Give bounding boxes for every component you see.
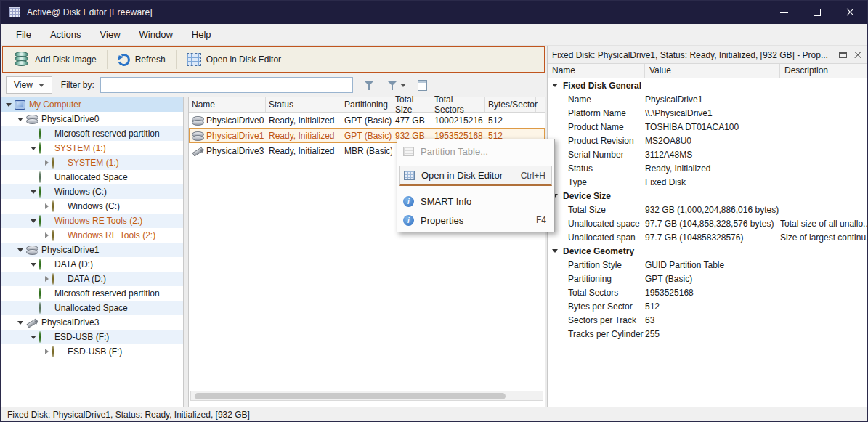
tree-item-windows-c[interactable]: Windows (C:) xyxy=(1,184,183,199)
open-disk-editor-button[interactable]: Open in Disk Editor xyxy=(180,51,288,68)
filter-options-button[interactable] xyxy=(386,79,406,91)
prop-row[interactable]: Unallocated span97.7 GB (104858328576)Si… xyxy=(548,230,867,244)
column-header-status[interactable]: Status xyxy=(266,97,341,112)
prop-group-device-geometry[interactable]: Device Geometry xyxy=(548,244,867,258)
toolbar: Add Disk Image Refresh Open in Disk Edit… xyxy=(2,46,545,73)
tree-item-my-computer[interactable]: My Computer xyxy=(1,97,183,112)
prop-column-name[interactable]: Name xyxy=(548,64,645,78)
expander-open-icon[interactable] xyxy=(29,187,38,196)
expander-closed-icon[interactable] xyxy=(42,231,51,240)
prop-row[interactable]: Serial Number3112A48MS xyxy=(548,147,867,161)
refresh-label: Refresh xyxy=(135,54,166,65)
tree-item-system-volume[interactable]: SYSTEM (1:) xyxy=(1,155,183,170)
prop-row[interactable]: Tracks per Cylinder255 xyxy=(548,327,867,341)
prop-row[interactable]: Platform Name\\.\PhysicalDrive1 xyxy=(548,106,867,120)
expander-closed-icon[interactable] xyxy=(42,347,51,356)
column-header-total-sectors[interactable]: Total Sectors xyxy=(431,97,485,112)
app-window: Active@ Disk Editor [Freeware] File Acti… xyxy=(0,0,868,422)
prop-column-value[interactable]: Value xyxy=(645,64,780,78)
view-dropdown[interactable]: View xyxy=(6,76,52,94)
tree-item-esd-usb[interactable]: ESD-USB (F:) xyxy=(1,330,183,344)
column-header-partitioning[interactable]: Partitioning xyxy=(341,97,392,112)
tree-item-unallocated[interactable]: Unallocated Space xyxy=(1,170,183,184)
status-bar: Fixed Disk: PhysicalDrive1, Status: Read… xyxy=(1,407,867,421)
prop-row[interactable]: Product RevisionMS2OA8U0 xyxy=(548,134,867,147)
maximize-button[interactable] xyxy=(800,1,834,24)
tree-item-physicaldrive0[interactable]: PhysicalDrive0 xyxy=(1,112,183,126)
context-menu-properties[interactable]: Properties F4 xyxy=(399,211,552,230)
tree-item-windows-c-volume[interactable]: Windows (C:) xyxy=(1,199,183,214)
add-disk-image-button[interactable]: Add Disk Image xyxy=(7,49,103,70)
disk-editor-grid-icon xyxy=(187,53,201,66)
menu-bar: File Actions View Window Help xyxy=(1,24,867,46)
float-panel-icon[interactable] xyxy=(839,52,847,58)
prop-row[interactable]: Unallocated space97.7 GB (104,858,328,57… xyxy=(548,216,867,230)
expander-open-icon[interactable] xyxy=(29,144,38,153)
prop-row[interactable]: StatusReady, Initialized xyxy=(548,161,867,175)
tree-item-physicaldrive1[interactable]: PhysicalDrive1 xyxy=(1,243,183,257)
title-bar: Active@ Disk Editor [Freeware] xyxy=(1,1,867,24)
expander-open-icon[interactable] xyxy=(29,216,38,225)
expander-closed-icon[interactable] xyxy=(42,202,51,211)
prop-row[interactable]: Partition StyleGUID Partition Table xyxy=(548,258,867,272)
prop-row[interactable]: TypeFixed Disk xyxy=(548,175,867,189)
collapse-icon[interactable] xyxy=(552,249,558,253)
menu-help[interactable]: Help xyxy=(182,25,221,44)
tree-item-msr-partition-2[interactable]: Microsoft reserved partition xyxy=(1,286,183,301)
column-header-total-size[interactable]: Total Size xyxy=(392,97,431,112)
partition-icon xyxy=(39,142,41,154)
prop-row[interactable]: Product NameTOSHIBA DT01ACA100 xyxy=(548,120,867,134)
prop-column-description[interactable]: Description xyxy=(780,64,867,78)
tree-item-windows-re-volume[interactable]: Windows RE Tools (2:) xyxy=(1,228,183,243)
tree-item-windows-re[interactable]: Windows RE Tools (2:) xyxy=(1,214,183,228)
horizontal-scrollbar-thumb[interactable] xyxy=(195,393,506,399)
tree-item-physicaldrive3[interactable]: PhysicalDrive3 xyxy=(1,315,183,330)
filter-funnel-icon[interactable] xyxy=(363,79,375,91)
add-disk-image-label: Add Disk Image xyxy=(35,54,97,65)
tree-item-data-d-volume[interactable]: DATA (D:) xyxy=(1,272,183,286)
context-menu-smart-info[interactable]: SMART Info xyxy=(399,192,552,211)
menu-window[interactable]: Window xyxy=(130,25,182,44)
export-sheet-icon[interactable] xyxy=(418,80,427,91)
prop-row[interactable]: Sectors per Track63 xyxy=(548,313,867,327)
collapse-icon[interactable] xyxy=(552,84,558,87)
tree-item-data-d[interactable]: DATA (D:) xyxy=(1,257,183,272)
partition-icon xyxy=(39,128,41,139)
filter-input[interactable] xyxy=(100,77,353,93)
expander-open-icon[interactable] xyxy=(16,115,25,123)
context-menu-partition-table: Partition Table... xyxy=(399,142,552,161)
prop-group-device-size[interactable]: Device Size xyxy=(548,189,867,203)
expander-open-icon[interactable] xyxy=(4,100,13,109)
prop-row[interactable]: PartitioningGPT (Basic) xyxy=(548,272,867,285)
minimize-button[interactable] xyxy=(767,1,800,24)
close-panel-button[interactable] xyxy=(853,50,863,60)
expander-closed-icon[interactable] xyxy=(42,158,51,167)
info-icon xyxy=(403,215,414,226)
menu-actions[interactable]: Actions xyxy=(41,25,91,44)
table-row-physicaldrive0[interactable]: PhysicalDrive0 Ready, Initialized GPT (B… xyxy=(189,113,545,128)
menu-file[interactable]: File xyxy=(7,25,41,44)
prop-row[interactable]: Total Size932 GB (1,000,204,886,016 byte… xyxy=(548,203,867,216)
context-menu-open-in-disk-editor[interactable]: Open in Disk Editor Ctrl+H xyxy=(399,166,552,186)
menu-view[interactable]: View xyxy=(91,25,130,44)
prop-group-fixed-disk-general[interactable]: Fixed Disk General xyxy=(548,78,867,92)
close-button[interactable] xyxy=(834,1,867,24)
tree-item-system[interactable]: SYSTEM (1:) xyxy=(1,141,183,155)
column-header-bytes-sector[interactable]: Bytes/Sector xyxy=(485,97,536,112)
tree-item-esd-usb-volume[interactable]: ESD-USB (F:) xyxy=(1,344,183,359)
refresh-button[interactable]: Refresh xyxy=(111,52,172,68)
toolbar-separator xyxy=(176,50,177,69)
prop-row[interactable]: NamePhysicalDrive1 xyxy=(548,92,867,106)
column-header-name[interactable]: Name xyxy=(189,97,266,112)
tree-item-unallocated-2[interactable]: Unallocated Space xyxy=(1,301,183,315)
expander-open-icon[interactable] xyxy=(16,318,25,327)
expander-open-icon[interactable] xyxy=(29,333,38,341)
prop-row[interactable]: Total Sectors1953525168 xyxy=(548,285,867,299)
horizontal-scrollbar[interactable] xyxy=(190,391,543,401)
prop-row[interactable]: Bytes per Sector512 xyxy=(548,299,867,313)
expander-closed-icon[interactable] xyxy=(42,275,51,283)
removable-drive-icon xyxy=(192,146,203,156)
tree-item-msr-partition[interactable]: Microsoft reserved partition xyxy=(1,126,183,141)
expander-open-icon[interactable] xyxy=(16,246,25,254)
expander-open-icon[interactable] xyxy=(29,260,38,269)
